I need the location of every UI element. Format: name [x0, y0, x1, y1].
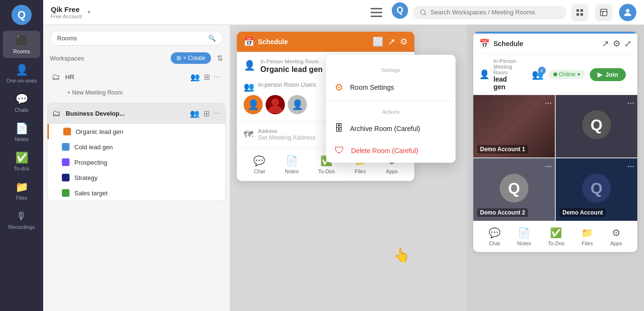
user-avatar-3: 👤: [288, 95, 307, 114]
room-card-title: Schedule: [258, 38, 369, 46]
sidebar-item-notes[interactable]: 📄 Notes: [3, 119, 40, 146]
sidebar-item-recordings[interactable]: 🎙 Recordings: [3, 206, 40, 234]
grid-item-4-menu[interactable]: ···: [627, 161, 634, 171]
workspace-hr-add-btn[interactable]: ⊞: [203, 72, 211, 83]
header-logo: Q: [392, 2, 408, 19]
new-meeting-room-btn[interactable]: + New Meeting Room: [43, 86, 230, 101]
schedule-icon: 📅: [244, 36, 254, 47]
delete-room-item[interactable]: 🛡 Delete Room (Careful): [326, 139, 456, 163]
room-item-prospecting[interactable]: Prospecting: [47, 155, 225, 170]
todos-icon: ✅: [15, 152, 28, 164]
sidebar-label-files: Files: [16, 195, 27, 201]
room-item-sales[interactable]: Sales target: [47, 185, 225, 201]
online-badge[interactable]: Online ▾: [549, 70, 585, 79]
app-logo[interactable]: Q: [12, 5, 32, 25]
room-settings-item[interactable]: ⚙ Room Settings: [326, 76, 456, 99]
grid-view-button[interactable]: [571, 4, 588, 21]
grid-item-4[interactable]: ··· Q Demo Account: [556, 158, 637, 221]
header-logo-text: Q: [397, 5, 403, 15]
workspace-biz-members-btn[interactable]: 👥: [189, 108, 200, 119]
grid-item-2[interactable]: ··· Q: [556, 95, 637, 157]
screen-share-btn[interactable]: ⬜: [373, 36, 383, 47]
room-name-cold: Cold lead gen: [74, 144, 218, 151]
right-apps-tab-icon: ⚙: [612, 227, 621, 239]
room-dot-dark-blue: [62, 174, 70, 181]
delete-label: Delete Room (Careful): [351, 147, 418, 155]
room-dot-blue: [62, 143, 70, 151]
svg-rect-5: [576, 9, 579, 12]
footer-tab-notes[interactable]: 📄 Notes: [280, 153, 304, 176]
workspace-hr: 🗂 HR 👥 ⊞ ···: [43, 68, 230, 86]
right-person-icon: 👤: [479, 69, 490, 80]
right-settings-btn[interactable]: ⚙: [613, 38, 621, 49]
sidebar-item-files[interactable]: 📁 Files: [3, 177, 40, 204]
settings-gear-btn[interactable]: ⚙: [400, 36, 408, 47]
archive-label: Archive Room (Careful): [350, 125, 420, 132]
workspace-hr-members-btn[interactable]: 👥: [189, 72, 201, 83]
right-footer-tab-files[interactable]: 📁 Files: [576, 225, 598, 248]
workspace-biz-expanded: 🗂 Business Develop... 👥 ⊞ ··· Organic le…: [47, 103, 226, 201]
sidebar-item-rooms[interactable]: ⬛ Rooms: [3, 31, 40, 58]
svg-point-12: [626, 9, 629, 12]
room-item-organic[interactable]: Organic lead gen: [47, 124, 225, 139]
header-dropdown-arrow[interactable]: ▾: [88, 9, 91, 15]
search-bar[interactable]: [413, 6, 566, 19]
grid-item-2-menu[interactable]: ···: [627, 98, 634, 108]
room-item-cold[interactable]: Cold lead gen: [47, 139, 225, 155]
workspace-hr-name: HR: [65, 73, 185, 81]
layout-icon: [599, 8, 608, 17]
grid-item-1-name: Demo Account 1: [477, 145, 528, 154]
one-on-ones-icon: 👤: [15, 64, 28, 76]
right-footer-tab-chat[interactable]: 💬 Chat: [484, 225, 505, 248]
right-room-card: 📅 Schedule ↗ ⚙ ⤢ 👤 In-Person Meeting Roo…: [473, 32, 637, 252]
online-dot: [553, 72, 557, 76]
workspace-hr-item[interactable]: 🗂 HR 👥 ⊞ ···: [47, 68, 226, 86]
q-letter-1: Q: [591, 116, 603, 134]
share-btn[interactable]: ↗: [388, 36, 395, 47]
grid-item-3-menu[interactable]: ···: [545, 161, 552, 171]
workspace-hr-more-btn[interactable]: ···: [213, 72, 221, 83]
q-avatar-2: Q: [500, 174, 528, 203]
right-share-btn[interactable]: ↗: [602, 38, 609, 49]
right-card-top: 📅 Schedule ↗ ⚙ ⤢: [473, 34, 637, 54]
workspace-biz-add-btn[interactable]: ⊞: [202, 108, 211, 119]
search-input[interactable]: [431, 9, 560, 16]
right-panel: 📅 Schedule ↗ ⚙ ⤢ 👤 In-Person Meeting Roo…: [467, 25, 644, 311]
grid-item-3[interactable]: ··· Q Demo Account 2: [473, 158, 555, 221]
q-avatar-3: Q: [582, 174, 611, 203]
grid-icon: [575, 8, 584, 17]
workspaces-label: Workspaces: [50, 55, 84, 62]
sidebar-item-one-on-ones[interactable]: 👤 One-on-ones: [3, 60, 40, 87]
footer-tab-chat[interactable]: 💬 Chat: [248, 153, 270, 176]
sidebar-item-chats[interactable]: 💬 Chats: [3, 89, 40, 117]
logo-text: Q: [17, 9, 25, 21]
sidebar-item-todos[interactable]: ✅ To-dos: [3, 148, 40, 175]
room-item-strategy[interactable]: Strategy: [47, 170, 225, 185]
hamburger-button[interactable]: [369, 5, 384, 20]
create-button[interactable]: ⊞ + Create: [171, 52, 211, 64]
files-tab-label: Files: [355, 168, 366, 174]
right-expand-btn[interactable]: ⤢: [624, 38, 632, 49]
sidebar-label-notes: Notes: [15, 136, 29, 142]
right-card-title: Schedule: [493, 40, 598, 48]
room-name-prospecting: Prospecting: [74, 159, 218, 166]
grid-item-1[interactable]: ··· Demo Account 1: [473, 95, 555, 157]
right-footer-tab-apps[interactable]: ⚙ Apps: [605, 225, 627, 248]
room-dot-green: [62, 189, 70, 197]
workspace-biz-more-btn[interactable]: ···: [212, 108, 221, 119]
right-footer-tab-todos[interactable]: ✅ To-Dos: [543, 225, 569, 248]
archive-room-item[interactable]: 🗄 Archive Room (Careful): [326, 118, 456, 139]
q-letter-3: Q: [591, 179, 603, 197]
grid-item-1-menu[interactable]: ···: [545, 98, 552, 108]
sidebar-label-chats: Chats: [15, 107, 29, 113]
user-avatar[interactable]: [619, 4, 636, 21]
right-footer-tab-notes[interactable]: 📄 Notes: [513, 225, 536, 248]
sort-icon[interactable]: ⇅: [217, 54, 223, 63]
rooms-search-wrapper[interactable]: Rooms 🔍: [50, 31, 223, 46]
q-letter-2: Q: [508, 179, 520, 197]
join-label: Join: [605, 71, 618, 78]
layout-button[interactable]: [595, 4, 612, 21]
sidebar-label-rooms: Rooms: [13, 48, 30, 54]
room-card-header: 📅 Schedule ⬜ ↗ ⚙: [237, 32, 414, 52]
join-button[interactable]: ▶ Join: [590, 68, 626, 81]
